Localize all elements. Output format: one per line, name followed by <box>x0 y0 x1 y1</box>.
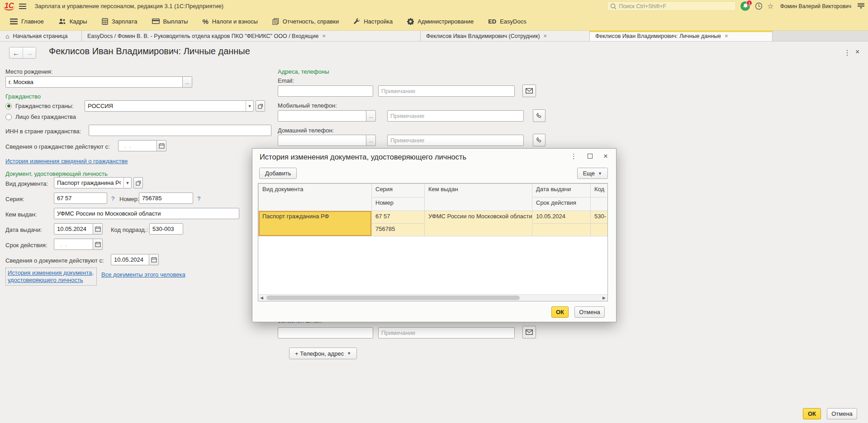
menu-item-hr[interactable]: Кадры <box>51 12 95 30</box>
calendar-icon[interactable] <box>157 140 166 151</box>
cell-number[interactable]: 756785 <box>372 224 425 236</box>
cell-issue-date[interactable]: 10.05.2024 <box>532 211 591 224</box>
chevron-down-icon[interactable]: ▼ <box>246 101 253 111</box>
send-backup-email-button[interactable] <box>522 326 536 338</box>
tab-home[interactable]: ⌂ Начальная страница <box>0 31 82 41</box>
citizenship-country-input[interactable] <box>85 101 246 111</box>
number-input[interactable] <box>139 193 193 204</box>
mobile-ellipsis-button[interactable]: ... <box>366 110 376 122</box>
menu-item-reports[interactable]: Отчетность, справки <box>265 12 346 30</box>
email-input[interactable] <box>278 85 373 97</box>
validity-input[interactable] <box>54 239 93 250</box>
form-more-icon[interactable]: ⋮ <box>844 48 851 57</box>
doc-history-link[interactable]: История изменения документа, удостоверяю… <box>5 268 97 286</box>
form-ok-button[interactable]: ОК <box>803 408 821 419</box>
tab-close-icon[interactable]: × <box>544 33 547 39</box>
col-header-doc-type[interactable]: Вид документа <box>259 184 372 211</box>
menu-item-payments[interactable]: Выплаты <box>145 12 195 30</box>
menu-item-administration[interactable]: Администрирование <box>400 12 481 30</box>
doc-type-input[interactable] <box>54 178 123 188</box>
forward-button[interactable]: → <box>23 47 36 58</box>
calendar-icon[interactable] <box>149 254 159 265</box>
issued-by-input[interactable] <box>54 208 239 219</box>
back-button[interactable]: ← <box>9 47 23 58</box>
form-cancel-button[interactable]: Отмена <box>827 408 857 419</box>
chevron-down-icon[interactable]: ▼ <box>123 178 131 188</box>
birthplace-input[interactable] <box>5 76 183 88</box>
home-phone-input[interactable] <box>278 135 366 146</box>
dialog-maximize-icon[interactable] <box>588 154 593 159</box>
menu-item-taxes[interactable]: % Налоги и взносы <box>195 12 265 30</box>
citizenship-history-link[interactable]: История изменения сведений о гражданстве <box>5 158 128 164</box>
favorites-star-icon[interactable]: ☆ <box>767 3 773 10</box>
home-phone-note-input[interactable] <box>387 135 524 146</box>
issue-date-input[interactable] <box>54 223 93 235</box>
send-email-button[interactable] <box>522 85 536 97</box>
call-home-button[interactable] <box>533 134 545 146</box>
dept-code-input[interactable] <box>149 223 183 235</box>
col-header-issue-date[interactable]: Дата выдачи <box>532 184 591 197</box>
menu-item-settings[interactable]: Настройка <box>346 12 400 30</box>
user-menu-icon[interactable]: ▼ <box>858 3 864 9</box>
stateless-radio[interactable]: Лицо без гражданства <box>5 113 76 120</box>
citizenship-country-radio[interactable]: Гражданство страны: <box>5 103 74 109</box>
series-input[interactable] <box>54 193 107 204</box>
col-header-series[interactable]: Серия <box>372 184 425 197</box>
search-input[interactable] <box>619 3 733 9</box>
col-header-validity[interactable]: Срок действия <box>532 197 591 211</box>
tab-close-icon[interactable]: × <box>322 33 326 39</box>
inn-input[interactable] <box>89 125 271 136</box>
birthplace-ellipsis-button[interactable]: ... <box>183 76 192 88</box>
scroll-left-icon[interactable]: ◀ <box>258 295 265 301</box>
backup-email-input[interactable] <box>278 327 373 338</box>
add-phone-address-button[interactable]: + Телефон, адрес ▼ <box>289 348 357 359</box>
menu-item-easydocs[interactable]: ED EasyDocs <box>481 12 534 30</box>
citizenship-valid-from-input[interactable] <box>118 140 157 151</box>
horizontal-scrollbar-thumb[interactable] <box>266 296 520 300</box>
cell-code[interactable]: 530- <box>591 211 608 224</box>
dialog-ok-button[interactable]: ОК <box>551 306 569 318</box>
number-help-link[interactable]: ? <box>197 195 200 202</box>
calendar-icon[interactable] <box>93 239 103 250</box>
dialog-cancel-button[interactable]: Отмена <box>574 306 605 318</box>
cell-validity[interactable] <box>532 224 591 236</box>
dialog-more-button[interactable]: Еще ▼ <box>577 168 608 179</box>
main-menu-icon[interactable] <box>19 4 26 9</box>
global-search[interactable] <box>607 1 736 11</box>
series-help-link[interactable]: ? <box>111 195 114 202</box>
citizenship-country-combo[interactable]: ▼ <box>85 100 254 112</box>
horizontal-scrollbar[interactable]: ◀ ▶ <box>258 294 607 301</box>
cell-doc-type[interactable]: Паспорт гражданина РФ <box>259 211 372 236</box>
dialog-close-icon[interactable]: × <box>603 152 608 161</box>
col-header-issued-by[interactable]: Кем выдан <box>425 184 532 211</box>
doc-type-combo[interactable]: ▼ <box>54 177 132 188</box>
table-row[interactable]: Паспорт гражданина РФ 67 57 УФМС России … <box>259 211 608 224</box>
scroll-right-icon[interactable]: ▶ <box>601 295 607 301</box>
menu-item-salary[interactable]: Зарплата <box>95 12 145 30</box>
tab-easydocs-inbox[interactable]: EasyDocs / Фомин В. В. - Руководитель от… <box>82 31 421 41</box>
backup-email-note-input[interactable] <box>378 327 515 338</box>
user-name[interactable]: Фомин Валерий Викторович <box>780 3 851 9</box>
tab-personal-data[interactable]: Феклисов Иван Владимирович: Личные данны… <box>590 31 773 41</box>
history-icon[interactable] <box>755 2 763 10</box>
doc-type-open-button[interactable] <box>133 177 143 188</box>
home-phone-ellipsis-button[interactable]: ... <box>366 135 376 146</box>
mobile-note-input[interactable] <box>387 110 524 122</box>
cell-issued-by[interactable]: УФМС России по Московской области <box>425 211 532 236</box>
tab-employee[interactable]: Феклисов Иван Владимирович (Сотрудник) × <box>421 31 590 41</box>
doc-valid-from-input[interactable] <box>111 254 149 265</box>
col-header-code[interactable]: Код <box>591 184 608 197</box>
citizenship-open-button[interactable] <box>256 100 265 112</box>
menu-item-main[interactable]: Главное <box>3 12 51 30</box>
notifications-button[interactable]: 1 <box>740 1 750 11</box>
calendar-icon[interactable] <box>93 223 103 235</box>
cell-code-2[interactable] <box>591 224 608 236</box>
dialog-add-button[interactable]: Добавить <box>259 168 297 179</box>
col-header-number[interactable]: Номер <box>372 197 425 211</box>
form-close-icon[interactable]: × <box>855 48 859 56</box>
tab-close-icon[interactable]: × <box>725 33 728 39</box>
dialog-more-icon[interactable]: ⋮ <box>570 152 577 160</box>
cell-series[interactable]: 67 57 <box>372 211 425 224</box>
email-note-input[interactable] <box>378 85 515 97</box>
all-docs-link[interactable]: Все документы этого человека <box>101 271 185 278</box>
